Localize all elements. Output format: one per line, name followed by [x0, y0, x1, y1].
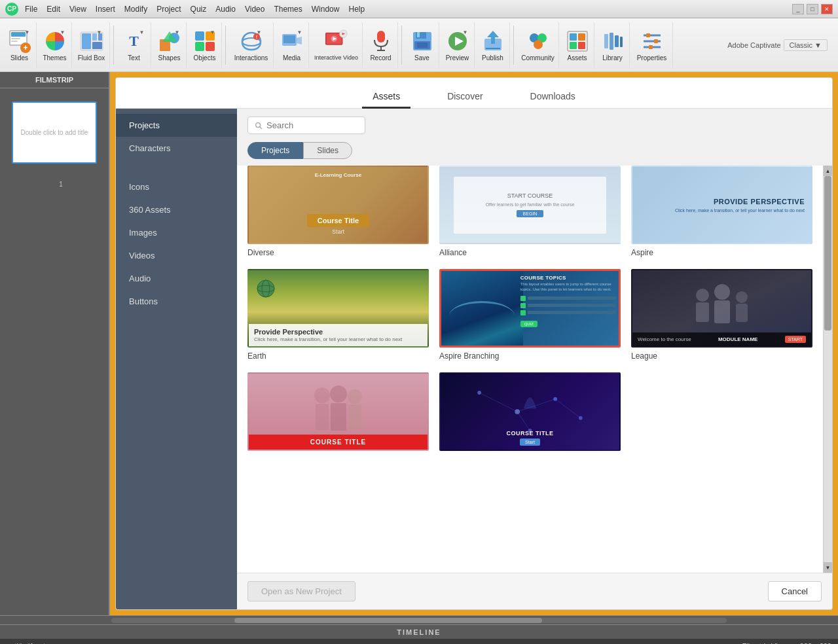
- h-scroll-thumb[interactable]: [234, 618, 542, 623]
- community-button[interactable]: Community: [517, 22, 559, 69]
- thumb-league: Welcome to the course MODULE NAME START: [631, 269, 812, 348]
- search-input[interactable]: [266, 120, 358, 130]
- toggle-projects[interactable]: Projects: [247, 142, 303, 159]
- dialog-right-content: Projects Slides E-Learning Co: [237, 109, 832, 609]
- cancel-button[interactable]: Cancel: [768, 581, 822, 601]
- scroll-down-button[interactable]: ▼: [824, 562, 832, 573]
- ab-topic3-row: [520, 310, 616, 315]
- menu-file[interactable]: File: [22, 5, 40, 14]
- ab-bar3: [528, 311, 616, 314]
- grid-item-league[interactable]: Welcome to the course MODULE NAME START …: [631, 269, 812, 362]
- grid-item-alliance[interactable]: START COURSE Offer learners to get famil…: [439, 166, 621, 259]
- svg-rect-3: [11, 41, 18, 42]
- fluid-box-button[interactable]: ▼ Fluid Box: [73, 22, 110, 69]
- sidebar-item-images[interactable]: Images: [116, 221, 237, 244]
- menu-audio[interactable]: Audio: [213, 5, 238, 14]
- interactions-button[interactable]: ▼ ! Interactions: [229, 22, 274, 69]
- open-as-new-project-button[interactable]: Open as New Project: [247, 581, 355, 601]
- community-label: Community: [521, 54, 555, 62]
- sidebar-item-icons[interactable]: Icons: [116, 175, 237, 198]
- close-button[interactable]: ✕: [821, 4, 833, 14]
- toggle-slides[interactable]: Slides: [303, 142, 352, 159]
- text-dropdown-arrow: ▼: [139, 29, 145, 35]
- alliance-start-course: START COURSE: [507, 192, 553, 199]
- grid-item-aspire[interactable]: PROVIDE PERSPECTIVE Click here, make a t…: [631, 166, 812, 259]
- themes-button[interactable]: ▼ Themes: [38, 22, 72, 69]
- sidebar-item-projects[interactable]: Projects: [116, 114, 237, 137]
- tab-discover[interactable]: Discover: [437, 86, 493, 109]
- save-button[interactable]: Save: [405, 22, 439, 69]
- record-button[interactable]: Record: [364, 22, 398, 69]
- sidebar-item-characters[interactable]: Characters: [116, 137, 237, 160]
- league-welcome: Welcome to the course: [638, 336, 691, 342]
- filmstrip-panel: FILMSTRIP Double click to add title 1: [0, 72, 110, 615]
- slide-placeholder-text: Double click to add title: [18, 126, 91, 139]
- properties-button[interactable]: Properties: [631, 22, 673, 69]
- grid-item-aspire-branching[interactable]: COURSE TOPICS This layout enables users …: [439, 269, 621, 362]
- media-button[interactable]: ▼ Media: [275, 22, 309, 69]
- publish-label: Publish: [482, 54, 503, 62]
- filmstrip-slide-1[interactable]: Double click to add title: [12, 101, 97, 164]
- menu-video[interactable]: Video: [242, 5, 267, 14]
- text-icon: T: [129, 33, 139, 50]
- grid-item-earth[interactable]: Provide Perspective Click here, make a t…: [247, 269, 429, 362]
- svg-line-62: [260, 126, 262, 128]
- svg-rect-8: [82, 33, 91, 49]
- filmstrip-header: FILMSTRIP: [0, 72, 109, 88]
- timeline-bar: TIMELINE: [0, 624, 838, 639]
- grid-item-tech[interactable]: COURSE TITLE Start: [439, 372, 621, 456]
- grid-item-diverse[interactable]: E-Learning Course Course Title Start Div…: [247, 166, 429, 259]
- menu-view[interactable]: View: [67, 5, 89, 14]
- text-button[interactable]: ▼ T Text: [117, 22, 151, 69]
- grid-item-girl[interactable]: COURSE TITLE: [247, 372, 429, 456]
- scroll-thumb[interactable]: [824, 176, 831, 331]
- bridge-bg: [441, 271, 523, 346]
- slides-button[interactable]: ▼ + Slides: [3, 22, 37, 69]
- svg-text:+: +: [23, 43, 27, 52]
- menu-help[interactable]: Help: [346, 5, 367, 14]
- menu-project[interactable]: Project: [154, 5, 183, 14]
- earth-sub: Click here, make a transition, or tell y…: [254, 336, 422, 342]
- assets-button[interactable]: Assets: [560, 22, 594, 69]
- svg-point-61: [256, 122, 261, 127]
- thumb-alliance: START COURSE Offer learners to get famil…: [439, 166, 621, 244]
- horizontal-scrollbar[interactable]: [0, 615, 838, 624]
- themes-label: Themes: [43, 54, 66, 62]
- menu-insert[interactable]: Insert: [93, 5, 118, 14]
- ab-title: COURSE TOPICS: [520, 275, 616, 281]
- interactions-label: Interactions: [234, 54, 268, 62]
- menu-quiz[interactable]: Quiz: [188, 5, 210, 14]
- tech-start: Start: [520, 438, 540, 446]
- publish-button[interactable]: Publish: [476, 22, 510, 69]
- sidebar-item-videos[interactable]: Videos: [116, 244, 237, 267]
- vertical-scrollbar[interactable]: ▲ ▼: [823, 166, 832, 573]
- svg-rect-38: [417, 43, 428, 48]
- maximize-button[interactable]: □: [807, 4, 818, 14]
- menu-modify[interactable]: Modify: [122, 5, 150, 14]
- preview-button[interactable]: ▼ Preview: [441, 22, 475, 69]
- menu-window[interactable]: Window: [309, 5, 342, 14]
- menu-edit[interactable]: Edit: [44, 5, 63, 14]
- aspire-sub: Click here, make a transition, or tell y…: [675, 208, 805, 213]
- minimize-button[interactable]: _: [792, 4, 804, 14]
- sidebar-item-buttons[interactable]: Buttons: [116, 290, 237, 313]
- svg-text:!: !: [255, 35, 257, 39]
- grid-item-label-earth: Earth: [247, 350, 429, 362]
- library-button[interactable]: Library: [596, 22, 630, 69]
- toggle-buttons-area: Projects Slides: [237, 142, 832, 166]
- tech-overlay: COURSE TITLE Start: [441, 426, 619, 450]
- sidebar-item-360-assets[interactable]: 360 Assets: [116, 198, 237, 221]
- mode-dropdown[interactable]: Classic ▼: [784, 39, 828, 51]
- sidebar-item-audio[interactable]: Audio: [116, 267, 237, 290]
- scroll-up-button[interactable]: ▲: [824, 166, 832, 176]
- ab-topic1-row: [520, 296, 616, 301]
- tab-assets[interactable]: Assets: [362, 86, 410, 109]
- objects-button[interactable]: ▼ Objects: [188, 22, 222, 69]
- record-label: Record: [370, 54, 391, 62]
- tab-downloads[interactable]: Downloads: [520, 86, 586, 109]
- search-input-wrap[interactable]: [247, 116, 365, 134]
- shapes-button[interactable]: ▼ Shapes: [153, 22, 187, 69]
- interactive-video-button[interactable]: Interactive Video: [310, 22, 363, 69]
- menu-themes[interactable]: Themes: [271, 5, 304, 14]
- svg-rect-67: [696, 302, 709, 322]
